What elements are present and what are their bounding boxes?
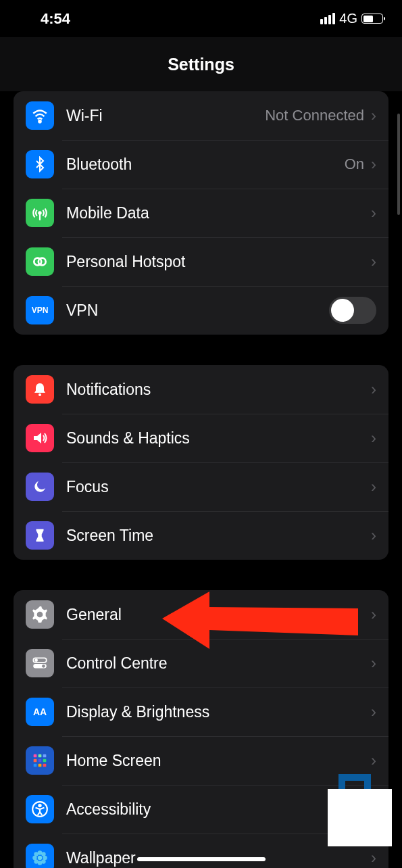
- accessibility-icon: [26, 795, 54, 823]
- svg-rect-13: [43, 754, 47, 758]
- wifi-icon: [26, 101, 54, 130]
- svg-rect-14: [34, 759, 37, 763]
- svg-point-5: [39, 393, 41, 396]
- chevron-right-icon: ›: [371, 526, 376, 545]
- svg-rect-16: [43, 759, 47, 763]
- row-label: Bluetooth: [66, 155, 345, 174]
- settings-row-mobiledata[interactable]: Mobile Data›: [14, 189, 388, 237]
- settings-row-notifications[interactable]: Notifications›: [14, 365, 388, 414]
- signal-icon: [320, 13, 335, 24]
- svg-point-29: [34, 859, 39, 864]
- svg-point-9: [42, 665, 45, 668]
- bell-icon: [26, 375, 54, 404]
- speaker-icon: [26, 424, 54, 452]
- settings-row-focus[interactable]: Focus›: [14, 462, 388, 511]
- svg-rect-11: [34, 754, 37, 758]
- hourglass-icon: [26, 521, 54, 550]
- chevron-right-icon: ›: [371, 751, 376, 770]
- chevron-right-icon: ›: [371, 252, 376, 271]
- row-label: Control Centre: [66, 654, 371, 673]
- text-size-icon: AA: [26, 698, 54, 726]
- row-label: Focus: [66, 478, 371, 496]
- svg-point-28: [41, 852, 45, 857]
- antenna-icon: [26, 199, 54, 227]
- settings-row-vpn[interactable]: VPNVPN: [14, 286, 388, 335]
- svg-rect-18: [39, 764, 42, 767]
- settings-row-bluetooth[interactable]: BluetoothOn›: [14, 140, 388, 189]
- hotspot-icon: [26, 247, 54, 276]
- settings-row-display[interactable]: AADisplay & Brightness›: [14, 688, 388, 736]
- row-value: Not Connected: [265, 107, 364, 124]
- scroll-indicator[interactable]: [397, 114, 400, 215]
- row-label: Personal Hotspot: [66, 253, 371, 271]
- battery-icon: [361, 14, 383, 24]
- row-label: Display & Brightness: [66, 703, 371, 721]
- settings-row-controlcentre[interactable]: Control Centre›: [14, 639, 388, 688]
- row-label: General: [66, 606, 371, 624]
- settings-row-screentime[interactable]: Screen Time›: [14, 511, 388, 560]
- status-bar: 4:54 4G: [0, 0, 402, 37]
- status-time: 4:54: [41, 10, 70, 28]
- bluetooth-icon: [26, 150, 54, 178]
- row-value: On: [345, 155, 364, 173]
- chevron-right-icon: ›: [371, 702, 376, 721]
- svg-point-0: [39, 120, 41, 122]
- row-label: Notifications: [66, 381, 371, 399]
- row-label: Accessibility: [66, 800, 371, 819]
- row-label: VPN: [66, 302, 329, 320]
- flower-icon: [26, 844, 54, 868]
- chevron-right-icon: ›: [371, 477, 376, 496]
- settings-row-sounds[interactable]: Sounds & Haptics›: [14, 414, 388, 462]
- page-header: Settings: [0, 37, 402, 91]
- chevron-right-icon: ›: [371, 203, 376, 222]
- chevron-right-icon: ›: [371, 106, 376, 125]
- moon-icon: [26, 473, 54, 501]
- page-title: Settings: [168, 55, 234, 74]
- svg-rect-19: [43, 764, 47, 767]
- network-label: 4G: [339, 11, 357, 26]
- row-label: Wi-Fi: [66, 107, 265, 125]
- vpn-icon: VPN: [26, 296, 54, 324]
- settings-row-wifi[interactable]: Wi-FiNot Connected›: [14, 91, 388, 140]
- svg-point-22: [38, 856, 43, 861]
- settings-group: Wi-FiNot Connected›BluetoothOn›Mobile Da…: [14, 91, 388, 335]
- svg-point-7: [34, 658, 38, 662]
- settings-group: Notifications›Sounds & Haptics›Focus›Scr…: [14, 365, 388, 560]
- row-label: Mobile Data: [66, 204, 371, 222]
- chevron-right-icon: ›: [371, 654, 376, 673]
- settings-row-general[interactable]: General›: [14, 590, 388, 639]
- grid-icon: [26, 746, 54, 775]
- chevron-right-icon: ›: [371, 429, 376, 448]
- row-label: Home Screen: [66, 752, 371, 770]
- settings-row-hotspot[interactable]: Personal Hotspot›: [14, 237, 388, 286]
- svg-point-30: [41, 859, 45, 864]
- chevron-right-icon: ›: [371, 155, 376, 174]
- row-label: Screen Time: [66, 527, 371, 545]
- switches-icon: [26, 649, 54, 677]
- svg-point-21: [39, 804, 41, 806]
- chevron-right-icon: ›: [371, 605, 376, 624]
- settings-row-homescreen[interactable]: Home Screen›: [14, 736, 388, 785]
- gear-icon: [26, 600, 54, 629]
- status-right: 4G: [320, 11, 383, 26]
- chevron-right-icon: ›: [371, 848, 376, 867]
- chevron-right-icon: ›: [371, 380, 376, 399]
- home-indicator[interactable]: [137, 857, 266, 861]
- svg-rect-17: [34, 764, 37, 767]
- corner-overlay: [328, 789, 392, 846]
- svg-point-27: [34, 852, 39, 857]
- toggle-vpn[interactable]: [329, 297, 376, 324]
- svg-rect-12: [39, 754, 42, 758]
- svg-rect-15: [39, 759, 42, 763]
- row-label: Sounds & Haptics: [66, 429, 371, 448]
